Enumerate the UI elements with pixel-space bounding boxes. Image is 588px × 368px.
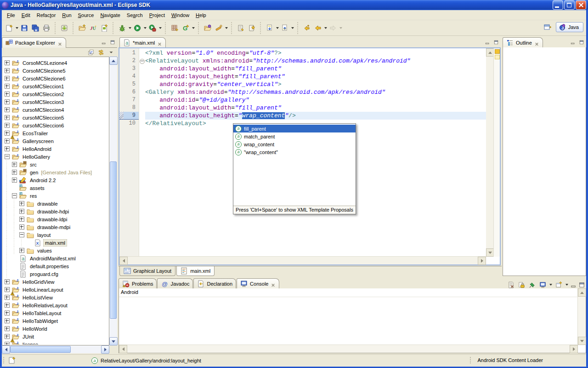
expand-toggle[interactable]: [5, 146, 12, 151]
expand-toggle[interactable]: [5, 123, 12, 128]
tree-item[interactable]: cursoMC5leccion3: [3, 98, 108, 106]
menu-help[interactable]: Help: [192, 12, 209, 19]
restore-button[interactable]: [564, 0, 575, 10]
new-java-project-button[interactable]: [77, 23, 88, 34]
tree-item[interactable]: proguard.cfg: [3, 270, 108, 278]
package-explorer-tab[interactable]: Package Explorer: [2, 37, 66, 48]
scroll-up-arrow[interactable]: [109, 57, 118, 65]
next-annotation-dropdown[interactable]: [275, 23, 279, 34]
console-vscrollbar[interactable]: [577, 288, 586, 345]
tree-item[interactable]: cursoMC5leccion4: [3, 106, 108, 114]
open-type-dropdown[interactable]: [191, 23, 195, 34]
expand-toggle[interactable]: [5, 154, 12, 159]
menu-search[interactable]: Search: [124, 12, 146, 19]
expand-toggle[interactable]: [19, 209, 27, 214]
link-with-editor-button[interactable]: [96, 48, 105, 57]
scroll-thumb[interactable]: [110, 161, 117, 319]
maximize-view-button[interactable]: [109, 39, 116, 46]
tree-item[interactable]: drawable-hdpi: [3, 207, 108, 215]
expand-toggle[interactable]: [5, 138, 12, 144]
android-sdk-manager-button[interactable]: [59, 23, 70, 34]
expand-toggle[interactable]: [12, 170, 19, 175]
tree-item[interactable]: JUnit: [3, 333, 108, 340]
new-android-xml-button[interactable]: [99, 23, 110, 34]
tree-item[interactable]: licence: [3, 340, 108, 345]
tree-item[interactable]: AndroidManifest.xml: [3, 254, 108, 262]
debug-button[interactable]: [117, 23, 128, 34]
view-tab-javadoc[interactable]: Javadoc: [157, 278, 193, 289]
tree-item[interactable]: Android 2.2: [3, 176, 108, 184]
tree-item[interactable]: CorsoMC5lezione5: [3, 67, 108, 75]
menu-refactor[interactable]: Refactor: [34, 12, 59, 19]
run-dropdown[interactable]: [143, 23, 147, 34]
expand-toggle[interactable]: [5, 115, 12, 120]
forward-button[interactable]: [328, 23, 339, 34]
close-tab-icon[interactable]: [157, 40, 162, 46]
tree-item[interactable]: CorsoMC5lezione6: [3, 75, 108, 82]
view-tab-declaration[interactable]: Declaration: [193, 278, 236, 289]
scroll-left-arrow[interactable]: [2, 345, 10, 354]
tree-item[interactable]: Galleryscreen: [3, 137, 108, 145]
run-button[interactable]: [132, 23, 143, 34]
menu-project[interactable]: Project: [146, 12, 168, 19]
tree-item[interactable]: HelloGridView: [3, 278, 108, 286]
new-junit-test-button[interactable]: [88, 23, 99, 34]
close-view-icon[interactable]: [271, 282, 276, 287]
next-annotation-button[interactable]: [264, 23, 275, 34]
code-line[interactable]: 8 android:layout_width="fill_parent": [119, 104, 486, 112]
expand-toggle[interactable]: [5, 279, 12, 284]
tree-item[interactable]: HelloWorld: [3, 325, 108, 333]
maximize-editor-button[interactable]: [492, 39, 499, 46]
menu-edit[interactable]: Edit: [18, 12, 34, 19]
view-tab-problems[interactable]: Problems: [119, 278, 157, 289]
menu-navigate[interactable]: Navigate: [97, 12, 123, 19]
tree-item[interactable]: default.properties: [3, 262, 108, 270]
open-type-button[interactable]: [180, 23, 191, 34]
expand-toggle[interactable]: [5, 295, 12, 300]
scroll-lock-button[interactable]: [517, 281, 526, 289]
maximize-view-button[interactable]: [578, 39, 585, 46]
expand-toggle[interactable]: [5, 107, 12, 112]
back-dropdown[interactable]: [323, 23, 328, 34]
expand-toggle[interactable]: [12, 162, 19, 167]
expand-toggle[interactable]: [5, 68, 12, 73]
tree-item[interactable]: cursoMC5leccion2: [3, 90, 108, 98]
close-view-icon[interactable]: [534, 40, 539, 46]
scroll-down-arrow[interactable]: [578, 337, 586, 345]
console-body[interactable]: Android: [119, 288, 586, 353]
scroll-left-arrow[interactable]: [119, 257, 128, 265]
pin-console-button[interactable]: [527, 281, 537, 289]
previous-annotation-dropdown[interactable]: [290, 23, 294, 34]
tree-item[interactable]: HelloTableLayout: [3, 309, 108, 317]
fold-column[interactable]: [139, 57, 145, 65]
page-tab-graphical-layout[interactable]: Graphical Layout: [119, 266, 175, 276]
tree-item[interactable]: HelloListView: [3, 293, 108, 301]
scroll-up-arrow[interactable]: [578, 288, 586, 297]
search-button[interactable]: [213, 23, 224, 34]
scroll-left-arrow[interactable]: [119, 345, 127, 353]
tree-item[interactable]: HelloAndroid: [3, 145, 108, 153]
tree-item[interactable]: CorsoMC5Lezione4: [3, 59, 108, 67]
expand-toggle[interactable]: [5, 310, 12, 316]
external-tools-button[interactable]: [147, 23, 158, 34]
open-perspective-button[interactable]: [542, 22, 553, 33]
save-all-button[interactable]: [30, 23, 41, 34]
code-line[interactable]: 9 android:layout_height="wrap_content"/>: [119, 112, 486, 120]
tree-item[interactable]: HelloLinearLayout: [3, 286, 108, 293]
tree-item[interactable]: HelloRelativeLayout: [3, 301, 108, 309]
minimize-view-button[interactable]: [570, 282, 577, 288]
expand-toggle[interactable]: [5, 342, 12, 345]
java-perspective-button[interactable]: Java: [556, 22, 583, 32]
expand-toggle[interactable]: [12, 178, 19, 183]
minimize-editor-button[interactable]: [484, 39, 491, 46]
scroll-down-arrow[interactable]: [109, 337, 118, 345]
view-tab-console[interactable]: Console: [237, 278, 279, 289]
clear-console-button[interactable]: [506, 281, 515, 289]
code-line[interactable]: 6<Gallery xmlns:android="http://schemas.…: [119, 88, 486, 96]
fold-collapse-icon[interactable]: [140, 59, 145, 64]
back-button[interactable]: [312, 23, 323, 34]
avd-manager-button[interactable]: [169, 23, 180, 34]
page-tab-main-xml[interactable]: main.xml: [176, 266, 215, 276]
tree-item[interactable]: EcosTrailer: [3, 129, 108, 137]
minimize-view-button[interactable]: [569, 39, 576, 46]
